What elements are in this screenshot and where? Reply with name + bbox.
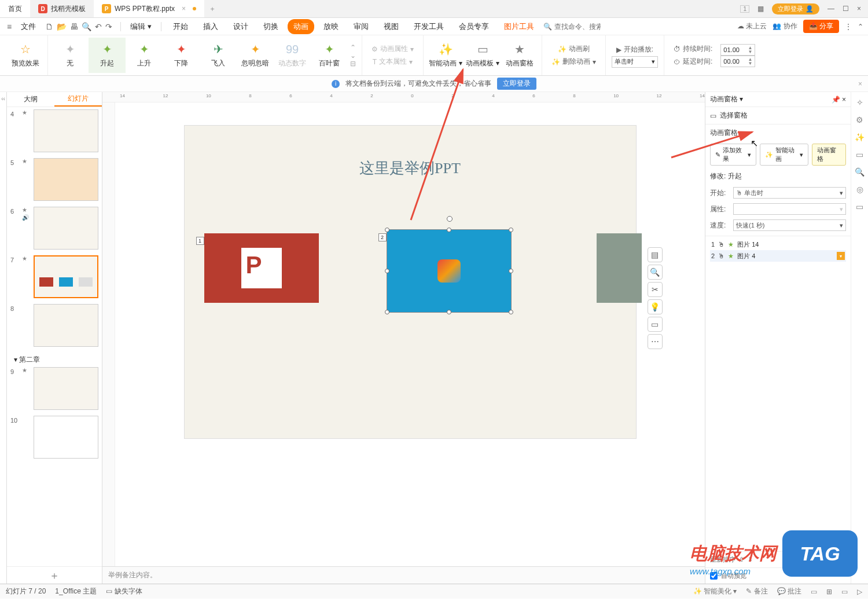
smart-anim-button[interactable]: ✨ 智能动画 ▾ <box>760 144 808 166</box>
effect-blinds[interactable]: ✦百叶窗 <box>311 38 348 73</box>
comments-button[interactable]: 💬 批注 <box>777 587 801 596</box>
window-maximize-icon[interactable]: ☐ <box>843 5 849 13</box>
crop-icon[interactable]: ✂ <box>648 282 663 297</box>
notice-close-icon[interactable]: × <box>858 80 862 88</box>
menu-slideshow[interactable]: 放映 <box>318 19 344 34</box>
slide-thumb-9[interactable] <box>34 367 98 410</box>
anim-template-button[interactable]: ▭动画模板 ▾ <box>464 38 501 73</box>
slide-thumb-8[interactable] <box>34 304 98 347</box>
missing-font[interactable]: ▭ 缺失字体 <box>106 587 142 596</box>
section-header[interactable]: ▾ 第二章 <box>10 353 98 367</box>
resize-handle[interactable] <box>509 269 513 273</box>
new-icon[interactable]: 🗋 <box>45 22 53 31</box>
menu-design[interactable]: 设计 <box>227 19 254 34</box>
thumbnail-list[interactable]: 4★ 5★ 6★🔊 7★ 8 ▾ 第二章 9★ 10 <box>7 107 102 566</box>
hamburger-icon[interactable]: ≡ <box>5 22 14 31</box>
menu-member[interactable]: 会员专享 <box>453 19 495 34</box>
share-button[interactable]: 📤 分享 <box>803 20 839 33</box>
menu-animation[interactable]: 动画 <box>288 19 314 34</box>
duration-input[interactable]: 01.00▲▼ <box>720 44 755 56</box>
collapse-ribbon-icon[interactable]: ⌃ <box>858 23 863 31</box>
format-icon[interactable]: ▭ <box>648 317 663 332</box>
slide-image-2-selected[interactable] <box>387 230 511 312</box>
file-menu[interactable]: 文件 <box>17 20 39 33</box>
side-icon-7[interactable]: ▭ <box>856 202 863 211</box>
anim-tag-2[interactable]: 2 <box>378 233 387 241</box>
select-pane-link[interactable]: ▭ 选择窗格 <box>705 107 851 124</box>
gallery-up-icon[interactable]: ⌃ <box>350 43 356 52</box>
resize-handle[interactable] <box>385 228 389 232</box>
beautify-button[interactable]: ✨ 智能美化 ▾ <box>693 587 737 596</box>
zoom-icon[interactable]: 🔍 <box>648 265 663 280</box>
effect-dropdown-icon[interactable]: ▾ <box>837 252 845 260</box>
effect-item-2[interactable]: 2 🖱 ★ 图片 4 ▾ <box>710 250 846 262</box>
delay-input[interactable]: 00.00▲▼ <box>720 56 755 67</box>
tab-close-icon[interactable]: × <box>182 5 186 13</box>
resize-handle[interactable] <box>509 228 513 232</box>
anim-props-button[interactable]: ⚙ 动画属性 ▾ <box>368 43 417 56</box>
open-icon[interactable]: 📂 <box>57 22 67 31</box>
pane-close-icon[interactable]: × <box>842 96 846 104</box>
view-reading-icon[interactable]: ▭ <box>841 588 848 596</box>
smart-animation-button[interactable]: ✨智能动画 ▾ <box>427 38 464 73</box>
print-icon[interactable]: 🖶 <box>70 22 78 31</box>
slide-thumb-7[interactable] <box>34 255 98 298</box>
effect-dynamic-number[interactable]: 99动态数字 <box>274 38 311 73</box>
slide-image-1[interactable] <box>204 233 319 303</box>
resize-handle[interactable] <box>385 269 389 273</box>
effect-ascend[interactable]: ✦上升 <box>126 38 163 73</box>
side-icon-1[interactable]: ✧ <box>856 98 863 107</box>
pin-icon[interactable]: 📌 <box>832 96 840 104</box>
anim-brush-button[interactable]: ✨ 动画刷 <box>548 43 599 56</box>
search-input[interactable] <box>554 23 601 31</box>
gallery-more-icon[interactable]: ⊟ <box>350 60 356 68</box>
effect-item-1[interactable]: 1 🖱 ★ 图片 14 <box>710 239 846 250</box>
redo-icon[interactable]: ↷ <box>105 22 112 31</box>
tab-slides[interactable]: 幻灯片 <box>54 92 102 107</box>
menu-insert[interactable]: 插入 <box>197 19 224 34</box>
window-minimize-icon[interactable]: — <box>827 5 834 13</box>
effect-rise[interactable]: ✦升起 <box>89 38 126 73</box>
menu-view[interactable]: 视图 <box>378 19 404 34</box>
start-select[interactable]: 🖱 单击时▾ <box>733 187 846 199</box>
effect-flicker[interactable]: ✦忽明忽暗 <box>237 38 274 73</box>
effect-none[interactable]: ✦无 <box>52 38 89 73</box>
view-sorter-icon[interactable]: ⊞ <box>826 588 832 596</box>
preview-icon[interactable]: 🔍 <box>82 22 91 31</box>
menu-start[interactable]: 开始 <box>167 19 194 34</box>
notice-login-button[interactable]: 立即登录 <box>497 78 536 90</box>
effect-descend[interactable]: ✦下降 <box>163 38 200 73</box>
side-icon-2[interactable]: ⚙ <box>856 115 863 124</box>
menu-review[interactable]: 审阅 <box>348 19 374 34</box>
slide-canvas[interactable]: 这里是举例PPT 1 2 <box>115 102 705 566</box>
tab-document[interactable]: P WPS PPT教程.pptx × <box>94 0 204 17</box>
start-play-select[interactable]: 单击时▾ <box>612 56 658 68</box>
menu-transition[interactable]: 切换 <box>258 19 284 34</box>
more-icon[interactable]: ⋯ <box>648 334 663 349</box>
undo-icon[interactable]: ↶ <box>95 22 102 31</box>
effect-list[interactable]: 1 🖱 ★ 图片 14 2 🖱 ★ 图片 4 ▾ <box>705 236 851 551</box>
search-box[interactable]: 🔍 <box>543 23 601 31</box>
delete-anim-button[interactable]: ✨ 删除动画 ▾ <box>548 56 599 68</box>
edit-menu[interactable]: 编辑 ▾ <box>127 20 155 33</box>
menu-picture-tools[interactable]: 图片工具 <box>498 19 540 34</box>
slide-thumb-6[interactable] <box>34 207 98 250</box>
slide-image-3[interactable] <box>597 233 642 303</box>
login-button[interactable]: 立即登录 👤 <box>772 3 819 14</box>
cloud-status[interactable]: ☁ 未上云 <box>737 21 767 31</box>
preview-effect-button[interactable]: ☆ 预览效果 <box>7 38 44 73</box>
slide-thumb-4[interactable] <box>34 109 98 152</box>
side-icon-5[interactable]: 🔍 <box>855 167 865 177</box>
side-icon-6[interactable]: ◎ <box>856 185 863 194</box>
rotate-handle[interactable] <box>447 216 453 222</box>
text-props-button[interactable]: T 文本属性 ▾ <box>368 56 417 68</box>
add-effect-button[interactable]: ✎ 添加效果 ▾ <box>710 144 756 166</box>
apps-icon[interactable]: ▦ <box>757 5 764 13</box>
resize-handle[interactable] <box>385 310 389 314</box>
slide-title[interactable]: 这里是举例PPT <box>185 158 636 178</box>
coop-button[interactable]: 👥 协作 <box>773 21 797 31</box>
tab-outline[interactable]: 大纲 <box>7 92 54 107</box>
view-slideshow-icon[interactable]: ▷ <box>857 588 862 596</box>
notes-button[interactable]: ✎ 备注 <box>746 587 767 596</box>
layers-icon[interactable]: ▤ <box>648 247 663 262</box>
